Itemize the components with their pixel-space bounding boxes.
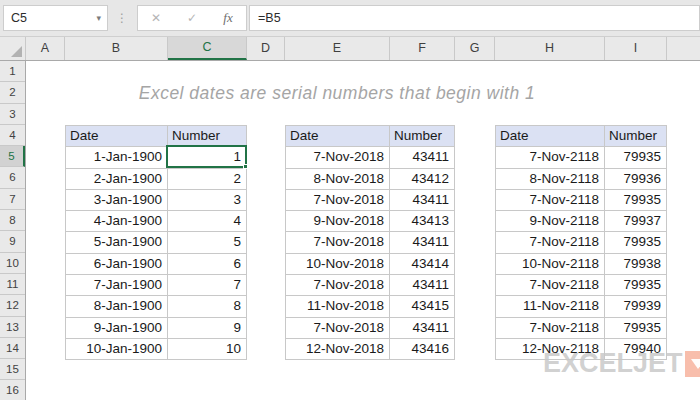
row-header-16[interactable]: 16 (0, 380, 25, 400)
date-cell[interactable]: 7-Nov-2018 (286, 147, 390, 168)
number-cell[interactable]: 79935 (605, 318, 667, 339)
column-header-B[interactable]: B (65, 37, 168, 60)
column-header-number[interactable]: Number (390, 126, 455, 147)
number-cell[interactable]: 79940 (605, 339, 667, 360)
number-cell[interactable]: 4 (168, 211, 247, 232)
column-header-partial[interactable] (667, 37, 700, 60)
column-header-number[interactable]: Number (605, 126, 667, 147)
number-cell[interactable]: 7 (168, 275, 247, 296)
number-cell[interactable]: 9 (168, 318, 247, 339)
number-cell[interactable]: 43411 (390, 147, 455, 168)
number-cell[interactable]: 79935 (605, 232, 667, 253)
date-cell[interactable]: 7-Jan-1900 (66, 275, 168, 296)
date-cell[interactable]: 9-Nov-2018 (286, 211, 390, 232)
number-cell[interactable]: 6 (168, 254, 247, 275)
date-cell[interactable]: 10-Nov-2018 (286, 254, 390, 275)
date-cell[interactable]: 7-Nov-2018 (286, 318, 390, 339)
number-cell[interactable]: 79935 (605, 147, 667, 168)
date-cell[interactable]: 12-Nov-2118 (496, 339, 605, 360)
number-cell[interactable]: 79937 (605, 211, 667, 232)
date-cell[interactable]: 6-Jan-1900 (66, 254, 168, 275)
number-cell[interactable]: 43416 (390, 339, 455, 360)
date-cell[interactable]: 3-Jan-1900 (66, 190, 168, 211)
row-header-8[interactable]: 8 (0, 210, 25, 231)
number-cell[interactable]: 43411 (390, 232, 455, 253)
date-cell[interactable]: 7-Nov-2118 (496, 147, 605, 168)
row-header-11[interactable]: 11 (0, 274, 25, 295)
number-cell[interactable]: 43414 (390, 254, 455, 275)
row-header-5[interactable]: 5 (0, 146, 25, 167)
date-cell[interactable]: 8-Nov-2018 (286, 169, 390, 190)
column-header-C[interactable]: C (168, 37, 247, 60)
column-header-H[interactable]: H (495, 37, 605, 60)
number-cell[interactable]: 43411 (390, 190, 455, 211)
row-header-7[interactable]: 7 (0, 189, 25, 210)
row-header-6[interactable]: 6 (0, 167, 25, 188)
enter-icon[interactable]: ✓ (174, 11, 210, 25)
date-cell[interactable]: 9-Jan-1900 (66, 318, 168, 339)
date-cell[interactable]: 9-Nov-2118 (496, 211, 605, 232)
number-cell[interactable]: 5 (168, 232, 247, 253)
row-header-2[interactable]: 2 (0, 82, 25, 103)
date-cell[interactable]: 1-Jan-1900 (66, 147, 168, 168)
worksheet-area[interactable]: Excel dates are serial numbers that begi… (27, 61, 700, 400)
column-header-D[interactable]: D (247, 37, 285, 60)
insert-function-icon[interactable]: fx (210, 10, 246, 26)
number-cell[interactable]: 43412 (390, 169, 455, 190)
date-cell[interactable]: 11-Nov-2018 (286, 296, 390, 317)
number-cell[interactable]: 79939 (605, 296, 667, 317)
date-cell[interactable]: 7-Nov-2118 (496, 232, 605, 253)
column-header-A[interactable]: A (26, 37, 65, 60)
row-header-15[interactable]: 15 (0, 359, 25, 380)
date-cell[interactable]: 5-Jan-1900 (66, 232, 168, 253)
number-cell[interactable]: 2 (168, 169, 247, 190)
number-cell[interactable]: 79938 (605, 254, 667, 275)
name-box[interactable]: C5 ▾ (3, 5, 108, 31)
column-header-G[interactable]: G (455, 37, 495, 60)
number-cell[interactable]: 10 (168, 339, 247, 360)
fill-handle[interactable] (243, 164, 248, 169)
selected-cell-outline[interactable] (166, 145, 247, 168)
column-header-I[interactable]: I (605, 37, 667, 60)
date-cell[interactable]: 7-Nov-2018 (286, 190, 390, 211)
date-cell[interactable]: 4-Jan-1900 (66, 211, 168, 232)
column-header-E[interactable]: E (285, 37, 390, 60)
date-cell[interactable]: 8-Nov-2118 (496, 169, 605, 190)
formula-input[interactable]: =B5 (249, 5, 700, 31)
row-header-3[interactable]: 3 (0, 104, 25, 125)
date-cell[interactable]: 7-Nov-2118 (496, 318, 605, 339)
date-cell[interactable]: 7-Nov-2118 (496, 190, 605, 211)
number-cell[interactable]: 79936 (605, 169, 667, 190)
name-box-dropdown-icon[interactable]: ▾ (96, 6, 101, 30)
date-cell[interactable]: 7-Nov-2018 (286, 232, 390, 253)
row-header-1[interactable]: 1 (0, 61, 25, 82)
select-all-corner[interactable] (0, 37, 26, 60)
date-cell[interactable]: 12-Nov-2018 (286, 339, 390, 360)
date-cell[interactable]: 10-Nov-2118 (496, 254, 605, 275)
number-cell[interactable]: 43411 (390, 318, 455, 339)
number-cell[interactable]: 79935 (605, 190, 667, 211)
number-cell[interactable]: 43411 (390, 275, 455, 296)
row-header-10[interactable]: 10 (0, 253, 25, 274)
date-cell[interactable]: 10-Jan-1900 (66, 339, 168, 360)
column-header-date[interactable]: Date (496, 126, 605, 147)
row-header-14[interactable]: 14 (0, 338, 25, 359)
row-header-12[interactable]: 12 (0, 295, 25, 316)
number-cell[interactable]: 3 (168, 190, 247, 211)
column-header-date[interactable]: Date (286, 126, 390, 147)
number-cell[interactable]: 8 (168, 296, 247, 317)
date-cell[interactable]: 7-Nov-2118 (496, 275, 605, 296)
date-cell[interactable]: 8-Jan-1900 (66, 296, 168, 317)
column-header-date[interactable]: Date (66, 126, 168, 147)
cancel-icon[interactable]: ✕ (138, 11, 174, 25)
column-header-F[interactable]: F (390, 37, 455, 60)
row-header-13[interactable]: 13 (0, 317, 25, 338)
date-cell[interactable]: 7-Nov-2018 (286, 275, 390, 296)
number-cell[interactable]: 43413 (390, 211, 455, 232)
number-cell[interactable]: 43415 (390, 296, 455, 317)
row-header-4[interactable]: 4 (0, 125, 25, 146)
number-cell[interactable]: 79935 (605, 275, 667, 296)
row-header-9[interactable]: 9 (0, 231, 25, 252)
date-cell[interactable]: 2-Jan-1900 (66, 169, 168, 190)
date-cell[interactable]: 11-Nov-2118 (496, 296, 605, 317)
